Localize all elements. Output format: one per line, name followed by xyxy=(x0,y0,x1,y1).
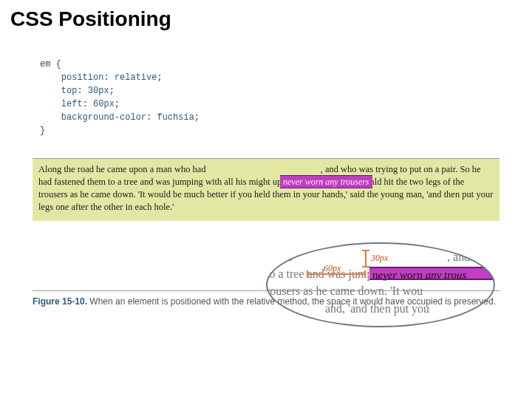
code-selector: em { xyxy=(40,58,532,71)
code-close: } xyxy=(40,124,532,137)
example-paragraph: Along the road he came upon a man who ha… xyxy=(33,158,499,221)
emphasized-text: never worn any trousers xyxy=(280,175,372,188)
figure-reference: Figure 15-10. xyxy=(33,296,87,307)
code-line-1: top: 30px; xyxy=(40,84,532,98)
code-line-2: left: 60px; xyxy=(40,98,532,111)
css-code-block: em { position: relative; top: 30px; left… xyxy=(40,58,532,137)
page-title: CSS Positioning xyxy=(0,0,532,31)
offset-vertical-marker xyxy=(365,250,366,267)
offset-horizontal-label: 60px xyxy=(324,263,341,274)
code-line-0: position: relative; xyxy=(40,71,532,84)
paragraph-before-gap: Along the road he came upon a man who ha… xyxy=(38,164,206,174)
code-line-3: background-color: fuchsia; xyxy=(40,111,532,124)
zoom-callout: o had, and to a tree and was jumping wit… xyxy=(266,242,495,327)
offset-vertical-label: 30px xyxy=(371,253,388,264)
zoom-em-bar: never worn any trous xyxy=(369,267,495,280)
